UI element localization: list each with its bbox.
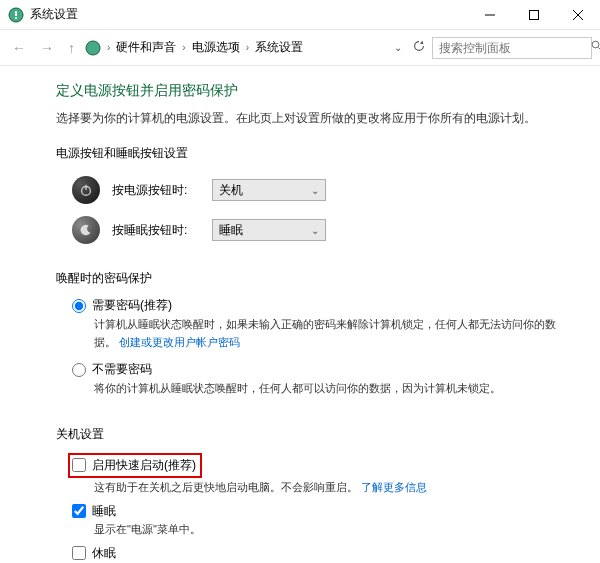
check-label-text: 休眠	[92, 545, 116, 562]
fast-startup-desc: 这有助于在关机之后更快地启动电脑。不会影响重启。 了解更多信息	[72, 480, 564, 495]
window-title: 系统设置	[30, 6, 468, 23]
radio-no-password: 不需要密码 将你的计算机从睡眠状态唤醒时，任何人都可以访问你的数据，因为计算机未…	[72, 361, 564, 398]
navbar: ← → ↑ › 硬件和声音 › 电源选项 › 系统设置 ⌄	[0, 30, 600, 66]
sleep-option-checkbox[interactable]	[72, 504, 86, 518]
sleep-option-item: 睡眠 显示在"电源"菜单中。	[56, 503, 564, 537]
fast-startup-checkbox[interactable]	[72, 458, 86, 472]
breadcrumb: 硬件和声音 › 电源选项 › 系统设置	[116, 39, 384, 56]
hibernate-option-checkbox[interactable]	[72, 546, 86, 560]
refresh-button[interactable]	[412, 39, 426, 56]
svg-point-8	[592, 41, 599, 48]
search-icon[interactable]	[591, 40, 600, 55]
svg-point-2	[15, 17, 17, 19]
page-description: 选择要为你的计算机的电源设置。在此页上对设置所做的更改将应用于你所有的电源计划。	[56, 110, 564, 127]
chevron-right-icon: ›	[182, 42, 185, 53]
hibernate-option-item: 休眠 显示在"电源"菜单中。	[56, 545, 564, 563]
back-button[interactable]: ←	[8, 38, 30, 58]
section-heading-wake: 唤醒时的密码保护	[56, 270, 564, 287]
power-button-label: 按电源按钮时:	[112, 182, 200, 199]
search-input[interactable]	[437, 40, 591, 56]
content: 定义电源按钮并启用密码保护 选择要为你的计算机的电源设置。在此页上对设置所做的更…	[0, 66, 600, 563]
breadcrumb-item[interactable]: 电源选项	[192, 39, 240, 56]
breadcrumb-item[interactable]: 系统设置	[255, 39, 303, 56]
svg-rect-4	[530, 10, 539, 19]
radio-no-desc: 将你的计算机从睡眠状态唤醒时，任何人都可以访问你的数据，因为计算机未锁定。	[72, 380, 564, 398]
sleep-option-label[interactable]: 睡眠	[72, 503, 564, 520]
sleep-button-dropdown[interactable]: 睡眠 ⌄	[212, 219, 326, 241]
titlebar: 系统设置	[0, 0, 600, 30]
chevron-down-icon: ⌄	[311, 225, 319, 236]
radio-no-input[interactable]	[72, 363, 86, 377]
section-heading-buttons: 电源按钮和睡眠按钮设置	[56, 145, 564, 162]
section-heading-shutdown: 关机设置	[56, 426, 564, 443]
breadcrumb-item[interactable]: 硬件和声音	[116, 39, 176, 56]
cp-icon	[85, 40, 101, 56]
close-button[interactable]	[556, 0, 600, 30]
radio-require-label[interactable]: 需要密码(推荐)	[72, 297, 564, 314]
dropdown-value: 关机	[219, 182, 243, 199]
app-icon	[8, 7, 24, 23]
fast-startup-label: 启用快速启动(推荐)	[92, 457, 196, 474]
breadcrumb-dropdown[interactable]: ⌄	[390, 40, 406, 55]
sleep-button-row: 按睡眠按钮时: 睡眠 ⌄	[56, 212, 564, 248]
page-title: 定义电源按钮并启用密码保护	[56, 82, 564, 100]
hibernate-option-label[interactable]: 休眠	[72, 545, 564, 562]
minimize-button[interactable]	[468, 0, 512, 30]
search-box[interactable]	[432, 37, 592, 59]
forward-button[interactable]: →	[36, 38, 58, 58]
create-password-link[interactable]: 创建或更改用户帐户密码	[119, 336, 240, 348]
chevron-down-icon: ⌄	[311, 185, 319, 196]
highlight-box: 启用快速启动(推荐)	[68, 453, 202, 478]
power-button-dropdown[interactable]: 关机 ⌄	[212, 179, 326, 201]
fast-startup-item: 启用快速启动(推荐) 这有助于在关机之后更快地启动电脑。不会影响重启。 了解更多…	[56, 453, 564, 495]
radio-label-text: 不需要密码	[92, 361, 152, 378]
radio-no-label[interactable]: 不需要密码	[72, 361, 564, 378]
chevron-right-icon: ›	[107, 42, 110, 53]
check-label-text: 睡眠	[92, 503, 116, 520]
radio-require-input[interactable]	[72, 299, 86, 313]
radio-require-desc: 计算机从睡眠状态唤醒时，如果未输入正确的密码来解除计算机锁定，任何人都无法访问你…	[72, 316, 564, 351]
power-icon	[72, 176, 100, 204]
power-button-row: 按电源按钮时: 关机 ⌄	[56, 172, 564, 208]
radio-label-text: 需要密码(推荐)	[92, 297, 172, 314]
sleep-button-label: 按睡眠按钮时:	[112, 222, 200, 239]
svg-rect-1	[15, 11, 17, 16]
learn-more-link[interactable]: 了解更多信息	[361, 481, 427, 493]
dropdown-value: 睡眠	[219, 222, 243, 239]
chevron-right-icon: ›	[246, 42, 249, 53]
maximize-button[interactable]	[512, 0, 556, 30]
radio-require-password: 需要密码(推荐) 计算机从睡眠状态唤醒时，如果未输入正确的密码来解除计算机锁定，…	[72, 297, 564, 351]
sleep-option-desc: 显示在"电源"菜单中。	[72, 522, 564, 537]
svg-point-7	[86, 41, 100, 55]
sleep-icon	[72, 216, 100, 244]
up-button[interactable]: ↑	[64, 38, 79, 58]
